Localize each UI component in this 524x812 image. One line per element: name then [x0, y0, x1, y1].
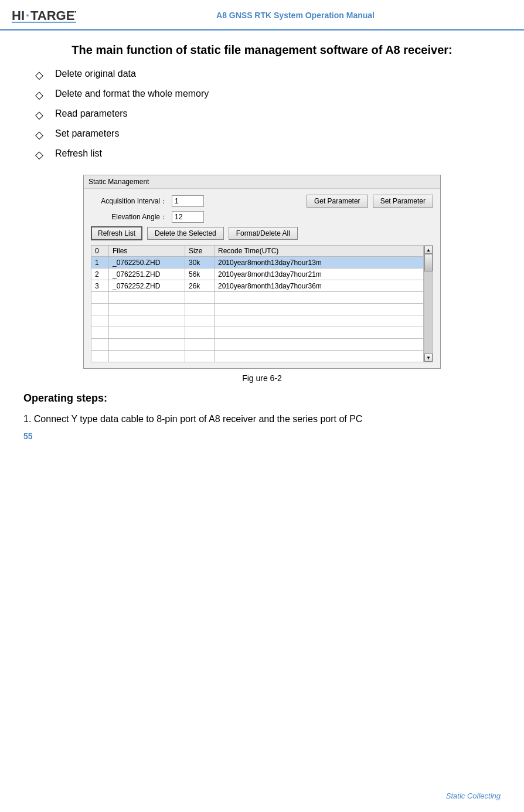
file-table-header: 0 Files Size Recode Time(UTC) [91, 246, 424, 257]
table-row[interactable] [91, 339, 424, 351]
list-item: Set parameters [35, 127, 501, 141]
cell-recode-time: 2010year8month13day7hour13m [215, 257, 424, 269]
table-scrollbar[interactable]: ▲ ▼ [424, 245, 433, 362]
col-header-0: 0 [91, 246, 109, 257]
logo: HI · TARGET [12, 5, 79, 26]
acquisition-label: Acquisition Interval： [91, 196, 167, 206]
col-header-size: Size [185, 246, 215, 257]
page-title: The main function of static file managem… [23, 42, 501, 57]
delete-selected-button[interactable]: Delete the Selected [147, 227, 224, 240]
scroll-up-arrow[interactable]: ▲ [424, 246, 433, 254]
main-content: The main function of static file managem… [0, 30, 524, 476]
bullet-diamond [35, 147, 48, 160]
list-item: Delete original data [35, 67, 501, 81]
feature-list: Delete original data Delete and format t… [23, 67, 501, 161]
cell-recode-time: 2010year8month13day7hour36m [215, 280, 424, 292]
list-item-text: Set parameters [55, 127, 119, 141]
list-item-text: Delete and format the whole memory [55, 87, 209, 101]
cell-index: 1 [91, 257, 109, 269]
acquisition-input[interactable] [172, 195, 204, 207]
action-button-row: Refresh List Delete the Selected Format/… [91, 226, 433, 240]
cell-index: 2 [91, 269, 109, 280]
page-header: HI · TARGET A8 GNSS RTK System Operation… [0, 0, 524, 30]
elevation-label: Elevation Angle： [91, 212, 167, 222]
acquisition-row: Acquisition Interval： Get Parameter Set … [91, 195, 433, 208]
set-parameter-button[interactable]: Set Parameter [373, 195, 433, 208]
list-item: Delete and format the whole memory [35, 87, 501, 101]
logo-svg: HI · TARGET [12, 5, 76, 26]
window-screenshot: Static Management Acquisition Interval： … [23, 175, 501, 369]
svg-text:·: · [26, 8, 29, 23]
static-management-window: Static Management Acquisition Interval： … [83, 175, 441, 369]
cell-index: 3 [91, 280, 109, 292]
bullet-diamond [35, 67, 48, 80]
footer-text: Static Collecting [446, 791, 501, 800]
cell-recode-time: 2010year8month13day7hour21m [215, 269, 424, 280]
window-body: Acquisition Interval： Get Parameter Set … [84, 189, 440, 368]
cell-filename: _0762252.ZHD [109, 280, 185, 292]
file-table-container: 0 Files Size Recode Time(UTC) 1 _0762250… [91, 245, 433, 362]
table-row[interactable] [91, 292, 424, 304]
scroll-thumb[interactable] [424, 254, 433, 271]
cell-size: 56k [185, 269, 215, 280]
list-item: Read parameters [35, 107, 501, 121]
page-number: 55 [23, 432, 501, 441]
step-1-text: 1. Connect Y type data cable to 8-pin po… [23, 412, 501, 427]
file-table-body: 1 _0762250.ZHD 30k 2010year8month13day7h… [91, 257, 424, 362]
bullet-diamond [35, 127, 48, 140]
col-header-recode: Recode Time(UTC) [215, 246, 424, 257]
table-row[interactable] [91, 304, 424, 315]
svg-text:HI: HI [12, 8, 25, 23]
get-parameter-button[interactable]: Get Parameter [307, 195, 368, 208]
table-row[interactable] [91, 351, 424, 362]
figure-caption: Fig ure 6-2 [23, 373, 501, 383]
table-row[interactable] [91, 327, 424, 339]
refresh-list-button[interactable]: Refresh List [91, 226, 142, 240]
list-item: Refresh list [35, 147, 501, 161]
window-titlebar: Static Management [84, 175, 440, 189]
table-header-row: 0 Files Size Recode Time(UTC) [91, 246, 424, 257]
operating-steps-title: Operating steps: [23, 392, 501, 405]
table-row[interactable]: 1 _0762250.ZHD 30k 2010year8month13day7h… [91, 257, 424, 269]
scroll-down-arrow[interactable]: ▼ [424, 354, 433, 362]
elevation-row: Elevation Angle： [91, 211, 433, 223]
format-delete-all-button[interactable]: Format/Delete All [229, 227, 298, 240]
cell-filename: _0762250.ZHD [109, 257, 185, 269]
table-row[interactable] [91, 315, 424, 327]
elevation-input[interactable] [172, 211, 204, 223]
bullet-diamond [35, 107, 48, 120]
list-item-text: Refresh list [55, 147, 102, 161]
scroll-track [424, 254, 433, 354]
list-item-text: Delete original data [55, 67, 136, 81]
svg-text:TARGET: TARGET [30, 8, 76, 23]
list-item-text: Read parameters [55, 107, 128, 121]
cell-size: 26k [185, 280, 215, 292]
cell-size: 30k [185, 257, 215, 269]
header-title: A8 GNSS RTK System Operation Manual [79, 11, 512, 20]
table-row[interactable]: 3 _0762252.ZHD 26k 2010year8month13day7h… [91, 280, 424, 292]
bullet-diamond [35, 87, 48, 100]
file-table: 0 Files Size Recode Time(UTC) 1 _0762250… [91, 245, 424, 362]
cell-filename: _0762251.ZHD [109, 269, 185, 280]
col-header-files: Files [109, 246, 185, 257]
table-row[interactable]: 2 _0762251.ZHD 56k 2010year8month13day7h… [91, 269, 424, 280]
